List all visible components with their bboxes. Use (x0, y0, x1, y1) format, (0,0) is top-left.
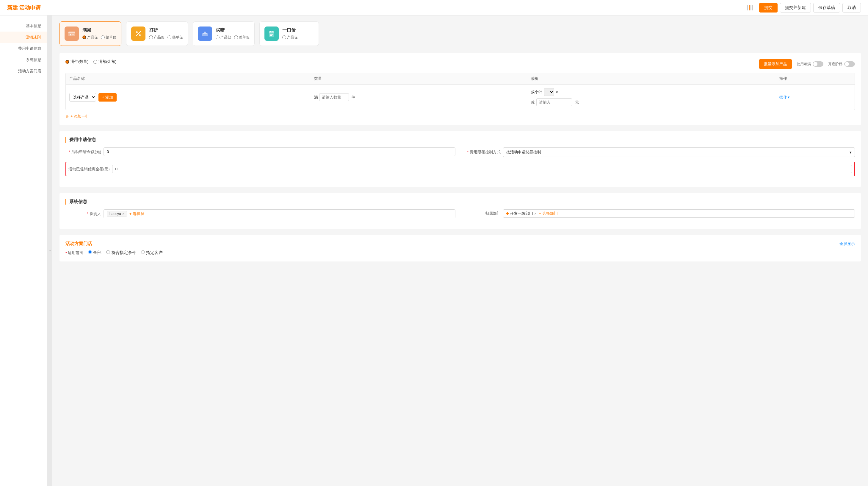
activity-amount-input[interactable] (103, 147, 456, 156)
system-info-section: 系统信息 负责人 haocya × + 选择员工 归属部门 (60, 193, 861, 229)
promo-option-dz-product[interactable]: 产品促 (149, 35, 164, 40)
qty-input[interactable] (319, 93, 349, 101)
promo-name-mj: 满减 (83, 27, 116, 33)
promo-discount-input[interactable] (112, 165, 852, 173)
condition-amount-label[interactable]: 满额(金额) (93, 59, 117, 64)
sidebar-item-plan[interactable]: 活动方案门店 (0, 65, 47, 77)
table-row: 选择产品 + 添加 满 件 (66, 85, 855, 110)
promo-option-mz-product[interactable]: 产品促 (216, 35, 231, 40)
submit-button[interactable]: 提交 (759, 3, 778, 12)
condition-qty-label[interactable]: 满件(数量) (65, 59, 89, 64)
responsible-label: 负责人 (65, 211, 101, 217)
sidebar-item-promo[interactable]: 促销规则 (0, 32, 47, 43)
discount-content: 减小计 ▾ 减 元 (531, 88, 772, 106)
svg-rect-3 (72, 34, 74, 35)
promo-icon-yjj (265, 27, 279, 41)
svg-point-5 (139, 34, 141, 36)
dept-control: 开发一级部门 × + 选择部门 (503, 209, 855, 218)
dept-item: 归属部门 开发一级部门 × + 选择部门 (465, 209, 855, 218)
op-chevron-icon: ▾ (788, 95, 790, 99)
promo-table-container: 产品名称 数量 减价 操作 选择产品 (65, 73, 855, 110)
promo-option-mj-product[interactable]: 产品促 (83, 35, 98, 40)
fee-control-select[interactable]: 按活动申请总额控制 ▾ (503, 147, 855, 157)
discount-type-select[interactable] (544, 88, 554, 96)
activity-amount-item: 活动申请金额(元) (65, 147, 456, 156)
promo-card-yjj[interactable]: 一口价 产品促 (259, 22, 319, 46)
promo-option-mz-order[interactable]: 整单促 (234, 35, 250, 40)
promo-rule-section: 满件(数量) 满额(金额) 批量添加产品 使用每满 开启阶梯 (60, 53, 861, 125)
add-row-button[interactable]: ⊕ + 添加一行 (65, 114, 855, 119)
dept-label: 归属部门 (465, 211, 501, 216)
col-header-qty: 数量 (311, 73, 527, 85)
discount-row-2: 减 元 (531, 98, 772, 106)
batch-add-product-button[interactable]: 批量添加产品 (759, 59, 792, 69)
cancel-button[interactable]: 取消 (842, 3, 861, 12)
promo-icon-mj (65, 27, 79, 41)
promo-option-dz-order[interactable]: 整单促 (167, 35, 183, 40)
promo-icon-dz (131, 27, 146, 41)
promo-option-mj-order[interactable]: 整单促 (101, 35, 116, 40)
dept-tag-close[interactable]: × (534, 211, 537, 216)
promo-icon-mz (198, 27, 212, 41)
promo-options-mz: 产品促 整单促 (216, 35, 250, 40)
scope-option-all[interactable]: 全部 (88, 250, 101, 256)
promo-card-mz[interactable]: 买赠 产品促 整单促 (193, 22, 255, 46)
promo-info-mz: 买赠 产品促 整单促 (216, 27, 250, 40)
promo-info-mj: 满减 产品促 整单促 (83, 27, 116, 40)
scope-row: 适用范围 全部 符合指定条件 指定客户 (65, 250, 855, 256)
promo-name-yjj: 一口价 (282, 27, 298, 33)
scope-option-customer[interactable]: 指定客户 (141, 250, 163, 256)
chevron-down-icon: ▾ (556, 90, 558, 94)
svg-rect-8 (205, 33, 205, 36)
promo-table: 产品名称 数量 减价 操作 选择产品 (66, 73, 855, 110)
submit-new-button[interactable]: 提交并新建 (780, 3, 811, 12)
divider-2 (749, 5, 750, 10)
progress-dividers (747, 5, 753, 10)
promo-card-dz[interactable]: 打折 产品促 整单促 (126, 22, 188, 46)
sidebar: 基本信息 促销规则 费用申请信息 系统信息 活动方案门店 (0, 16, 48, 486)
responsible-tag: haocya × (107, 211, 127, 217)
discount-unit: 元 (575, 100, 579, 105)
select-employee-link[interactable]: + 选择员工 (129, 211, 148, 217)
fee-control-label: 费用限额控制方式 (465, 149, 501, 155)
activity-amount-label: 活动申请金额(元) (65, 149, 101, 154)
page-title: 新建 活动申请 (7, 4, 41, 11)
col-header-op: 操作 (776, 73, 855, 85)
use-every-toggle-group: 使用每满 (797, 61, 824, 67)
add-product-button[interactable]: + 添加 (98, 93, 117, 102)
sidebar-toggle[interactable]: ‹ (48, 16, 52, 486)
product-select[interactable]: 选择产品 (69, 93, 96, 102)
col-header-discount: 减价 (527, 73, 776, 85)
op-link[interactable]: 操作 ▾ (779, 95, 790, 100)
add-row-plus-icon: ⊕ (65, 114, 69, 119)
fee-control-item: 费用限额控制方式 按活动申请总额控制 ▾ (465, 147, 855, 157)
open-ladder-label: 开启阶梯 (828, 62, 842, 67)
discount-row-1: 减小计 ▾ (531, 88, 772, 96)
promo-card-mj[interactable]: 满减 产品促 整单促 (60, 22, 121, 46)
select-dept-link[interactable]: + 选择部门 (539, 211, 558, 216)
sidebar-item-basic[interactable]: 基本信息 (0, 20, 47, 32)
scope-option-condition[interactable]: 符合指定条件 (106, 250, 136, 256)
divider-1 (747, 5, 748, 10)
fullscreen-link[interactable]: 全屏显示 (839, 241, 855, 247)
sidebar-item-fee[interactable]: 费用申请信息 (0, 43, 47, 54)
qty-cell: 满 件 (311, 85, 527, 110)
open-ladder-toggle[interactable] (844, 61, 855, 67)
promo-option-yjj-product[interactable]: 产品促 (282, 35, 298, 40)
svg-rect-12 (273, 31, 273, 32)
promo-type-cards: 满减 产品促 整单促 (60, 22, 861, 46)
divider-3 (750, 5, 751, 10)
save-draft-button[interactable]: 保存草稿 (813, 3, 840, 12)
use-every-toggle[interactable] (813, 61, 824, 67)
system-section-title: 系统信息 (65, 199, 855, 205)
scope-label: 适用范围 (65, 250, 83, 256)
promo-options-dz: 产品促 整单促 (149, 35, 183, 40)
condition-toolbar: 满件(数量) 满额(金额) 批量添加产品 使用每满 开启阶梯 (65, 59, 855, 69)
sidebar-item-system[interactable]: 系统信息 (0, 54, 47, 65)
discount-cell: 减小计 ▾ 减 元 (527, 85, 776, 110)
promo-name-mz: 买赠 (216, 27, 250, 33)
discount-input[interactable] (536, 98, 572, 106)
fee-section-title: 费用申请信息 (65, 137, 855, 143)
header-actions: 提交 提交并新建 保存草稿 取消 (747, 3, 861, 12)
responsible-tag-close[interactable]: × (122, 212, 124, 216)
